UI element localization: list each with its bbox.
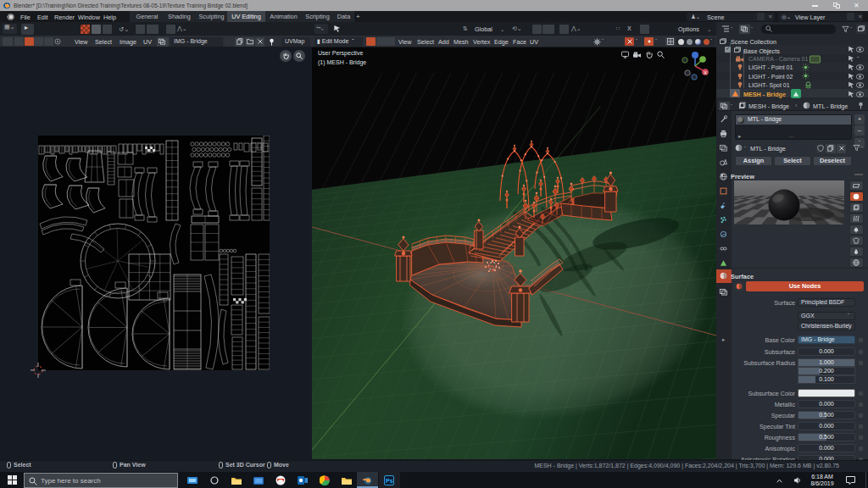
svg-text:Ps: Ps — [386, 478, 393, 484]
svg-text:X: X — [704, 70, 707, 75]
